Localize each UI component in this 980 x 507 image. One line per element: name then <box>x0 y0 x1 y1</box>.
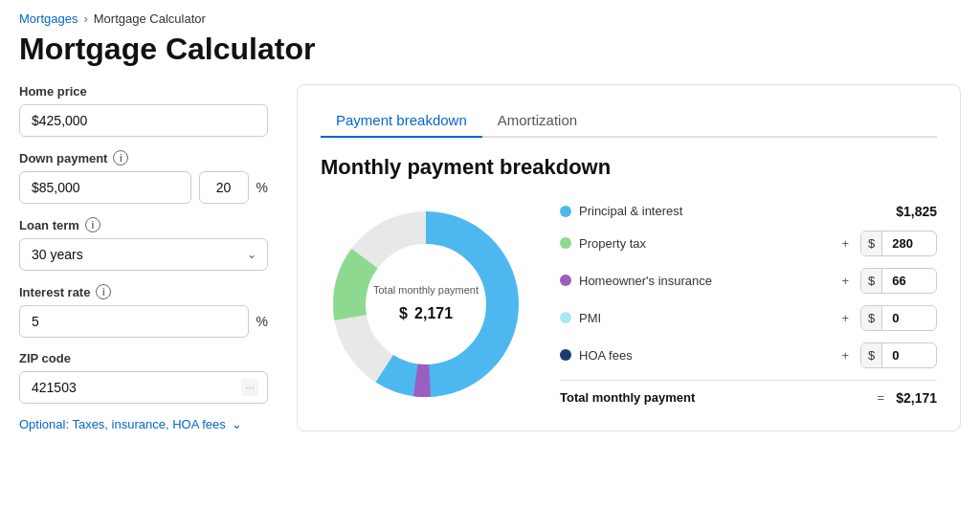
breakdown-layout: Total monthly payment $ 2,171 Principal … <box>321 199 937 409</box>
donut-dollar-symbol: $ <box>399 305 408 321</box>
pmi-value: 0 <box>882 306 908 330</box>
homeowners-label: Homeowner's insurance <box>579 274 834 288</box>
pmi-dollar: $ <box>861 306 882 330</box>
zip-dots-icon: ··· <box>241 379 258 396</box>
loan-term-select[interactable]: 30 years 10 years 15 years 20 years 25 y… <box>19 238 268 271</box>
breadcrumb-link[interactable]: Mortgages <box>19 11 78 26</box>
loan-term-group: Loan term i 30 years 10 years 15 years 2… <box>19 217 268 271</box>
hoa-dot <box>560 349 571 361</box>
interest-rate-percent-symbol: % <box>256 314 268 329</box>
donut-chart: Total monthly payment $ 2,171 <box>321 199 531 409</box>
property-tax-label: Property tax <box>579 236 834 251</box>
interest-rate-input[interactable] <box>19 305 249 338</box>
main-layout: Home price Down payment i % Loa <box>19 84 961 431</box>
property-tax-value-box: $ 280 <box>860 231 937 256</box>
optional-toggle[interactable]: Optional: Taxes, insurance, HOA fees ⌄ <box>19 417 268 431</box>
hoa-plus: + <box>841 348 849 363</box>
down-payment-input[interactable] <box>19 171 191 204</box>
right-panel: Payment breakdown Amortization Monthly p… <box>297 84 961 431</box>
breakdown-row-pmi: PMI + $ 0 <box>560 305 937 331</box>
property-tax-dot <box>560 237 571 249</box>
down-payment-label: Down payment i <box>19 150 268 165</box>
hoa-dollar: $ <box>861 343 882 367</box>
total-row: Total monthly payment = $2,171 <box>560 380 937 406</box>
homeowners-dollar: $ <box>861 269 882 293</box>
tab-amortization[interactable]: Amortization <box>482 104 592 138</box>
down-payment-percent-symbol: % <box>256 180 268 195</box>
pmi-plus: + <box>841 311 849 325</box>
home-price-group: Home price <box>19 84 268 137</box>
donut-center: Total monthly payment $ 2,171 <box>373 284 479 325</box>
total-value: $2,171 <box>896 390 937 406</box>
homeowners-plus: + <box>841 274 849 288</box>
interest-rate-info-icon[interactable]: i <box>96 284 111 299</box>
principal-dot <box>560 206 571 217</box>
breadcrumb-current: Mortgage Calculator <box>94 11 206 26</box>
breakdown-row-hoa: HOA fees + $ 0 <box>560 342 937 368</box>
breakdown-row-property-tax: Property tax + $ 280 <box>560 231 937 256</box>
hoa-value: 0 <box>882 343 908 367</box>
tab-payment-breakdown[interactable]: Payment breakdown <box>321 104 482 138</box>
total-equals: = <box>878 390 885 405</box>
pmi-dot <box>560 312 571 323</box>
donut-total-label: Total monthly payment <box>373 284 479 296</box>
breakdown-row-homeowners: Homeowner's insurance + $ 66 <box>560 268 937 294</box>
breadcrumb: Mortgages › Mortgage Calculator <box>19 11 961 26</box>
breakdown-row-principal: Principal & interest $1,825 <box>560 204 937 219</box>
optional-label: Optional: Taxes, insurance, HOA fees <box>19 417 226 431</box>
zip-code-input[interactable] <box>19 371 268 404</box>
down-payment-group: Down payment i % <box>19 150 268 204</box>
interest-rate-group: Interest rate i % <box>19 284 268 338</box>
loan-term-info-icon[interactable]: i <box>85 217 100 232</box>
tabs: Payment breakdown Amortization <box>321 104 937 138</box>
homeowners-dot <box>560 275 571 286</box>
zip-code-label: ZIP code <box>19 351 268 365</box>
interest-rate-label: Interest rate i <box>19 284 268 299</box>
total-label: Total monthly payment <box>560 390 870 405</box>
homeowners-value-box: $ 66 <box>860 268 937 294</box>
pmi-label: PMI <box>579 311 834 325</box>
principal-label: Principal & interest <box>579 204 872 218</box>
home-price-label: Home price <box>19 84 268 99</box>
donut-amount: $ 2,171 <box>373 296 479 325</box>
pmi-value-box: $ 0 <box>860 305 937 331</box>
property-tax-plus: + <box>841 236 849 251</box>
left-panel: Home price Down payment i % Loa <box>19 84 268 431</box>
optional-chevron-icon: ⌄ <box>232 417 242 431</box>
property-tax-dollar: $ <box>861 231 882 255</box>
down-payment-percent-input[interactable] <box>199 171 249 204</box>
hoa-label: HOA fees <box>579 348 834 363</box>
zip-code-group: ZIP code ··· <box>19 351 268 404</box>
hoa-value-box: $ 0 <box>860 342 937 368</box>
principal-value: $1,825 <box>880 204 937 219</box>
home-price-input[interactable] <box>19 104 268 137</box>
breakdown-section-title: Monthly payment breakdown <box>321 155 937 180</box>
page-title: Mortgage Calculator <box>19 32 961 67</box>
interest-rate-row: % <box>19 305 268 338</box>
zip-code-row: ··· <box>19 371 268 404</box>
breadcrumb-separator: › <box>83 11 87 26</box>
page-container: Mortgages › Mortgage Calculator Mortgage… <box>0 0 980 451</box>
loan-term-label: Loan term i <box>19 217 268 232</box>
homeowners-value: 66 <box>882 269 915 293</box>
property-tax-value: 280 <box>882 231 923 255</box>
down-payment-info-icon[interactable]: i <box>113 150 128 165</box>
down-payment-row: % <box>19 171 268 204</box>
loan-term-select-wrapper: 30 years 10 years 15 years 20 years 25 y… <box>19 238 268 271</box>
breakdown-rows: Principal & interest $1,825 Property tax… <box>560 204 937 406</box>
